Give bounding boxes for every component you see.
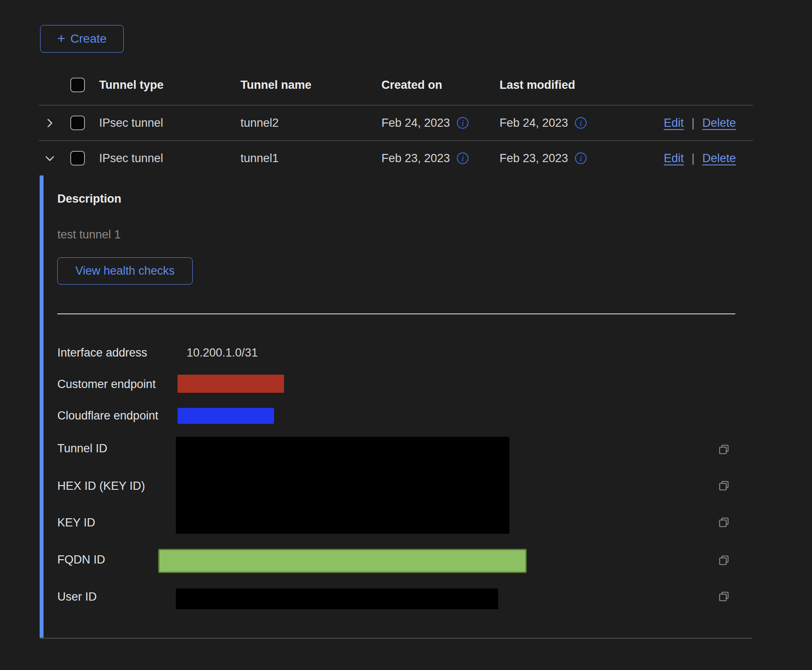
- created-on-cell: Feb 24, 2023 i: [381, 116, 468, 130]
- copy-user-id-icon[interactable]: [716, 589, 731, 604]
- create-button[interactable]: + Create: [40, 25, 124, 53]
- column-header-created-on: Created on: [381, 78, 442, 91]
- cloudflare-endpoint-redaction: [178, 408, 274, 424]
- view-health-checks-button[interactable]: View health checks: [57, 257, 193, 285]
- edit-link[interactable]: Edit: [664, 116, 684, 130]
- created-on-value: Feb 23, 2023: [381, 152, 450, 165]
- create-button-label: Create: [70, 32, 106, 46]
- info-icon[interactable]: i: [457, 153, 468, 164]
- table-row: IPsec tunnel tunnel1 Feb 23, 2023 i Feb …: [39, 141, 753, 175]
- column-header-tunnel-name: Tunnel name: [240, 78, 312, 91]
- panel-divider: [57, 313, 735, 314]
- customer-endpoint-label: Customer endpoint: [57, 378, 156, 391]
- interface-address-value: 10.200.1.0/31: [187, 346, 258, 360]
- delete-link[interactable]: Delete: [703, 116, 736, 130]
- plus-icon: +: [57, 31, 66, 45]
- description-value: test tunnel 1: [57, 228, 121, 241]
- column-header-tunnel-type: Tunnel type: [99, 78, 164, 91]
- row-checkbox[interactable]: [70, 116, 85, 130]
- row-actions: Edit | Delete: [664, 116, 736, 130]
- select-all-checkbox[interactable]: [70, 78, 85, 92]
- last-modified-cell: Feb 23, 2023 i: [500, 152, 587, 165]
- hex-id-label: HEX ID (KEY ID): [57, 479, 145, 493]
- customer-endpoint-redaction: [178, 375, 284, 393]
- created-on-cell: Feb 23, 2023 i: [381, 152, 468, 165]
- copy-hex-id-icon[interactable]: [716, 478, 731, 493]
- last-modified-value: Feb 24, 2023: [500, 116, 568, 130]
- expanded-row-indicator-bar: [40, 175, 44, 638]
- action-separator: |: [692, 152, 695, 165]
- last-modified-value: Feb 23, 2023: [500, 152, 568, 165]
- tunnel-name-cell: tunnel1: [240, 152, 279, 165]
- delete-link[interactable]: Delete: [703, 152, 736, 165]
- copy-tunnel-id-icon[interactable]: [716, 442, 731, 457]
- tunnel-id-label: Tunnel ID: [57, 442, 107, 455]
- table-header: Tunnel type Tunnel name Created on Last …: [39, 65, 753, 106]
- copy-key-id-icon[interactable]: [716, 515, 731, 529]
- user-id-label: User ID: [57, 590, 97, 604]
- info-icon[interactable]: i: [575, 153, 587, 164]
- tunnel-type-cell: IPsec tunnel: [99, 116, 163, 130]
- tunnel-type-cell: IPsec tunnel: [99, 152, 163, 165]
- row-checkbox[interactable]: [70, 151, 85, 166]
- interface-address-label: Interface address: [57, 346, 147, 360]
- table-row: IPsec tunnel tunnel2 Feb 24, 2023 i Feb …: [39, 106, 753, 141]
- tunnel-id-redaction: [176, 437, 509, 534]
- action-separator: |: [692, 116, 695, 130]
- table-bottom-divider: [40, 638, 752, 639]
- created-on-value: Feb 24, 2023: [381, 116, 450, 130]
- last-modified-cell: Feb 24, 2023 i: [500, 116, 587, 130]
- fqdn-id-redaction: [158, 549, 527, 573]
- ipsec-tunnels-page: + Create Tunnel type Tunnel name Created…: [0, 0, 812, 670]
- chevron-down-icon[interactable]: [42, 151, 57, 166]
- user-id-redaction: [176, 589, 498, 609]
- tunnel-name-cell: tunnel2: [240, 116, 279, 130]
- column-header-last-modified: Last modified: [500, 78, 575, 91]
- info-icon[interactable]: i: [457, 117, 468, 129]
- key-id-label: KEY ID: [57, 516, 95, 529]
- chevron-right-icon[interactable]: [42, 116, 57, 130]
- row-actions: Edit | Delete: [664, 152, 736, 165]
- description-label: Description: [57, 192, 122, 206]
- cloudflare-endpoint-label: Cloudflare endpoint: [57, 409, 158, 423]
- info-icon[interactable]: i: [575, 117, 587, 129]
- fqdn-id-label: FQDN ID: [57, 553, 105, 567]
- copy-fqdn-id-icon[interactable]: [716, 553, 731, 567]
- edit-link[interactable]: Edit: [664, 152, 684, 165]
